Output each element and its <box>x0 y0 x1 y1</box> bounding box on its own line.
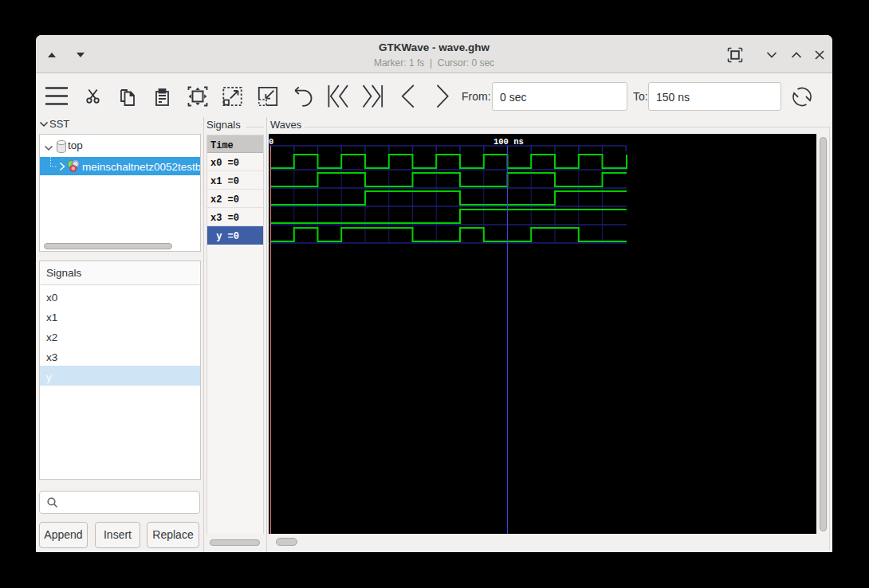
svg-text:100 ns: 100 ns <box>493 137 524 147</box>
svg-text:0: 0 <box>269 137 273 147</box>
